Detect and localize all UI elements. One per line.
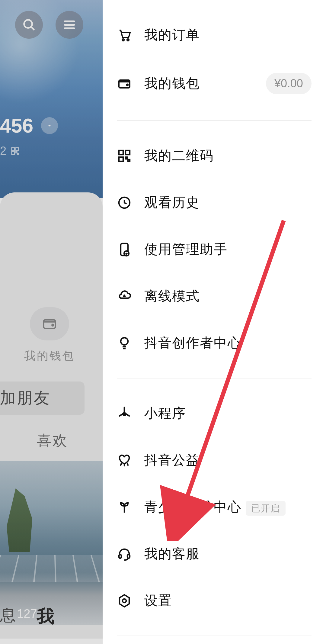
svg-rect-5: [12, 147, 14, 150]
menu-teen-label: 青少年守护中心已开启: [144, 498, 312, 516]
nav-messages[interactable]: 息: [0, 605, 16, 628]
section-misc: 小程序 抖音公益 青少年守护中心已开启 我的客服 设置: [117, 378, 312, 636]
menu-wallet[interactable]: 我的钱包 ¥0.00: [117, 58, 312, 109]
menu-wallet-label: 我的钱包: [144, 75, 253, 92]
douyin-id-partial: 456: [0, 114, 58, 137]
search-icon-button[interactable]: [15, 11, 43, 39]
add-friend-button[interactable]: 加朋友: [0, 382, 85, 415]
headset-icon: [117, 547, 132, 561]
settings-icon: [117, 594, 132, 608]
svg-rect-8: [16, 152, 17, 153]
svg-point-11: [52, 324, 53, 326]
wallet-label: 我的钱包: [24, 348, 75, 364]
menu-charity[interactable]: 抖音公益: [117, 437, 312, 484]
menu-miniapp[interactable]: 小程序: [117, 390, 312, 437]
section-tools: 我的二维码 观看历史 使用管理助手 离线模式 抖音创作者中心: [117, 121, 312, 378]
svg-point-22: [121, 338, 128, 345]
profile-background: 456 2 我的钱包 加朋友 喜欢 127 息 我: [0, 0, 103, 644]
svg-rect-7: [12, 152, 14, 154]
menu-assistant[interactable]: 使用管理助手: [117, 226, 312, 273]
menu-offline[interactable]: 离线模式: [117, 273, 312, 320]
hamburger-icon: [62, 18, 76, 32]
nav-me[interactable]: 我: [37, 605, 54, 628]
menu-qrcode[interactable]: 我的二维码: [117, 132, 312, 179]
my-wallet-quick[interactable]: 我的钱包: [24, 307, 75, 364]
menu-assistant-label: 使用管理助手: [144, 240, 312, 258]
svg-point-13: [127, 39, 129, 40]
svg-rect-16: [119, 150, 123, 155]
svg-line-1: [31, 27, 34, 30]
menu-settings[interactable]: 设置: [117, 577, 312, 624]
svg-point-12: [122, 39, 124, 40]
menu-charity-label: 抖音公益: [144, 451, 312, 469]
section-commerce: 我的订单 我的钱包 ¥0.00: [117, 0, 312, 121]
menu-offline-label: 离线模式: [144, 287, 312, 305]
header-gradient: 456 2: [0, 0, 103, 198]
qrcode-icon: [117, 149, 132, 163]
menu-qrcode-label: 我的二维码: [144, 147, 312, 165]
miniapp-icon: [117, 406, 132, 421]
wallet-icon: [40, 316, 59, 332]
qr-icon: [11, 147, 20, 156]
heart-hands-icon: [117, 453, 132, 468]
side-drawer: 我的订单 我的钱包 ¥0.00 我的二维码 观看历史 使用管理: [103, 0, 326, 644]
wallet-icon: [117, 76, 132, 91]
svg-point-0: [24, 20, 32, 28]
menu-history-label: 观看历史: [144, 194, 312, 211]
clock-icon: [117, 195, 132, 210]
wallet-amount-badge: ¥0.00: [266, 73, 312, 94]
menu-icon-button[interactable]: [56, 11, 83, 39]
menu-orders-label: 我的订单: [144, 26, 312, 44]
menu-history[interactable]: 观看历史: [117, 179, 312, 226]
svg-rect-28: [127, 555, 130, 558]
enabled-tag: 已开启: [246, 501, 286, 516]
svg-rect-18: [119, 157, 123, 161]
svg-rect-6: [16, 147, 19, 150]
id-text: 456: [0, 114, 33, 137]
menu-settings-label: 设置: [144, 592, 312, 610]
menu-miniapp-label: 小程序: [144, 404, 312, 422]
menu-teen[interactable]: 青少年守护中心已开启: [117, 484, 312, 530]
svg-point-26: [123, 413, 126, 415]
profile-body: 我的钱包 加朋友 喜欢 127 息 我: [0, 192, 103, 639]
sub-info: 2: [0, 144, 20, 157]
menu-support-label: 我的客服: [144, 545, 312, 563]
cloud-download-icon: [117, 289, 132, 304]
phone-check-icon: [117, 242, 132, 257]
menu-support[interactable]: 我的客服: [117, 530, 312, 577]
svg-point-15: [127, 84, 128, 85]
sprout-icon: [117, 500, 132, 514]
caret-down-icon[interactable]: [41, 117, 58, 134]
svg-rect-9: [18, 153, 19, 154]
menu-orders[interactable]: 我的订单: [117, 11, 312, 58]
video-thumbnail[interactable]: 127: [0, 461, 103, 625]
tab-like[interactable]: 喜欢: [37, 431, 68, 450]
menu-creator-label: 抖音创作者中心: [144, 334, 312, 352]
cart-icon: [117, 28, 132, 42]
bottom-nav: 息 我: [0, 605, 54, 628]
lightbulb-icon: [117, 336, 132, 350]
svg-rect-27: [119, 555, 121, 558]
svg-point-30: [123, 599, 126, 603]
search-icon: [22, 18, 36, 32]
menu-creator[interactable]: 抖音创作者中心: [117, 320, 312, 366]
svg-marker-29: [120, 595, 129, 607]
svg-rect-17: [126, 150, 130, 155]
